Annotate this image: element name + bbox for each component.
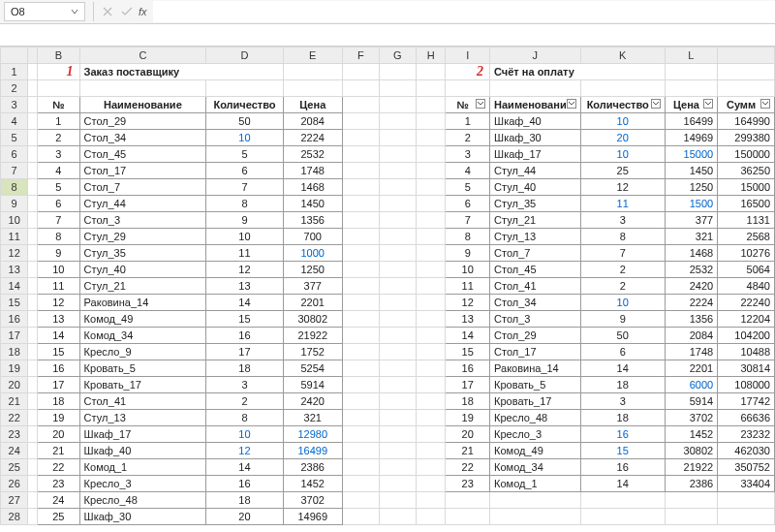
filter-icon[interactable]	[651, 99, 661, 109]
select-all-corner[interactable]	[1, 47, 28, 64]
annotation-1: 1	[67, 64, 76, 78]
name-box[interactable]: O8	[4, 2, 85, 21]
col-L: L	[665, 47, 717, 64]
name-box-value: O8	[11, 6, 25, 17]
row-hdr: 1	[1, 64, 28, 80]
col-E: E	[283, 47, 342, 64]
svg-rect-1	[567, 100, 575, 109]
cancel-icon[interactable]	[98, 2, 117, 21]
col-A	[28, 47, 38, 64]
formula-bar: O8 fx	[0, 0, 775, 24]
svg-rect-0	[477, 100, 485, 109]
svg-rect-2	[651, 100, 660, 109]
formula-input[interactable]	[153, 1, 775, 22]
svg-rect-3	[704, 100, 713, 109]
check-icon[interactable]	[117, 2, 137, 21]
col-J: J	[490, 47, 581, 64]
spreadsheet-grid[interactable]: B C D E F G H I J K L 1 1 Заказ поставщи…	[0, 47, 775, 531]
filter-icon[interactable]	[567, 99, 576, 109]
col-K: K	[580, 47, 665, 64]
col-D: D	[206, 47, 284, 64]
svg-rect-4	[761, 100, 770, 109]
col-H: H	[416, 47, 445, 64]
col-G: G	[379, 47, 416, 64]
fx-label[interactable]: fx	[139, 6, 147, 17]
left-title: Заказ поставщику	[79, 64, 283, 80]
right-title: Счёт на оплату	[490, 64, 666, 80]
filter-icon[interactable]	[760, 99, 770, 109]
col-I: I	[446, 47, 490, 64]
filter-icon[interactable]	[476, 99, 485, 109]
col-B: B	[38, 47, 80, 64]
col-F: F	[342, 47, 379, 64]
column-header-row[interactable]: B C D E F G H I J K L	[1, 47, 775, 64]
col-C: C	[79, 47, 206, 64]
annotation-2: 2	[477, 64, 485, 78]
col-M	[718, 47, 775, 64]
filter-icon[interactable]	[703, 99, 713, 109]
chevron-down-icon[interactable]	[71, 8, 78, 16]
